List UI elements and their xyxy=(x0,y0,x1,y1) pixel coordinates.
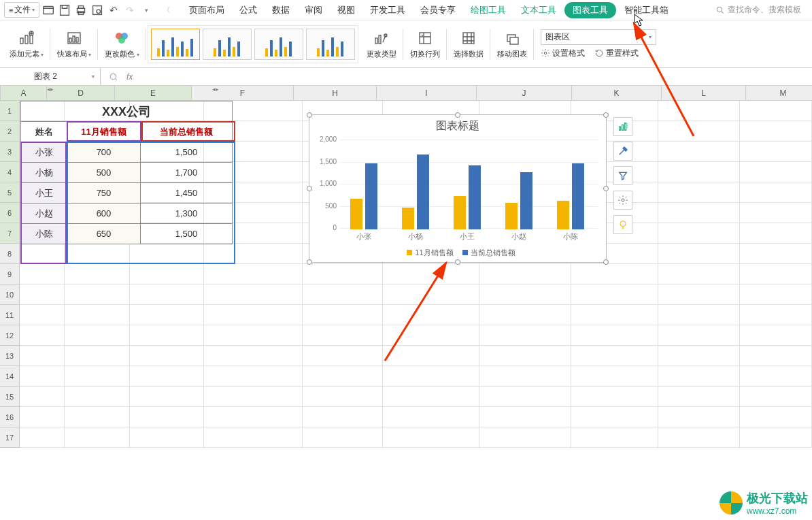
bar[interactable] xyxy=(454,196,466,229)
cancel-icon[interactable] xyxy=(109,72,118,82)
cell[interactable] xyxy=(204,346,303,366)
bar[interactable] xyxy=(469,165,481,229)
cell[interactable] xyxy=(479,407,571,427)
cell[interactable] xyxy=(204,244,303,264)
chart-style-2[interactable] xyxy=(203,29,252,60)
cell[interactable] xyxy=(65,285,131,305)
row-header-12[interactable]: 12 xyxy=(0,325,20,346)
chart-area-select[interactable]: 图表区▾ xyxy=(541,29,656,45)
ribbon-quick-layout[interactable]: 快速布局 ▾ xyxy=(52,23,97,65)
row-header-3[interactable]: 3 xyxy=(0,142,20,162)
fx-icon[interactable]: fx xyxy=(126,72,133,82)
bar[interactable] xyxy=(417,155,429,230)
cell[interactable] xyxy=(479,346,571,366)
ribbon-add-element[interactable]: 添加元素 ▾ xyxy=(4,23,49,65)
bar[interactable] xyxy=(557,201,569,229)
cell[interactable] xyxy=(303,366,383,387)
column-I[interactable]: I xyxy=(377,86,477,101)
cell[interactable] xyxy=(130,366,204,387)
ribbon-change-color[interactable]: 更改颜色 ▾ xyxy=(99,23,144,65)
ribbon-change-type[interactable]: 更改类型 xyxy=(361,23,402,65)
cell[interactable] xyxy=(571,427,658,448)
ribbon-select-data[interactable]: 选择数据 xyxy=(448,23,489,65)
cell[interactable] xyxy=(658,244,740,264)
preview-icon[interactable] xyxy=(90,3,105,18)
cell[interactable] xyxy=(303,285,383,305)
cell[interactable] xyxy=(65,427,131,448)
row-header-11[interactable]: 11 xyxy=(0,305,20,325)
row-header-6[interactable]: 6 xyxy=(0,203,20,223)
cell[interactable] xyxy=(204,325,303,346)
row-header-13[interactable]: 13 xyxy=(0,346,20,366)
table-cell-total[interactable]: 1,700 xyxy=(141,163,233,183)
cell[interactable] xyxy=(130,244,204,264)
cell[interactable] xyxy=(658,203,740,223)
cell[interactable] xyxy=(65,325,131,346)
cell[interactable] xyxy=(479,387,571,407)
bar[interactable] xyxy=(572,163,584,230)
cell[interactable] xyxy=(740,427,812,448)
chart-style-gallery[interactable] xyxy=(148,25,358,63)
cell[interactable] xyxy=(658,305,740,325)
bar[interactable] xyxy=(505,203,518,229)
cell[interactable] xyxy=(571,285,658,305)
cell[interactable] xyxy=(65,264,131,285)
save-icon[interactable] xyxy=(57,3,72,18)
cell[interactable] xyxy=(658,346,740,366)
cell[interactable] xyxy=(740,264,812,285)
row-header-2[interactable]: 2 xyxy=(0,121,20,142)
cell[interactable] xyxy=(740,305,812,325)
cell[interactable] xyxy=(658,121,740,142)
cell[interactable] xyxy=(571,346,658,366)
table-cell-name[interactable]: 小王 xyxy=(21,183,67,204)
table-cell-nov[interactable]: 750 xyxy=(67,183,141,204)
chart-style-3[interactable] xyxy=(254,29,303,60)
cell[interactable] xyxy=(740,203,812,223)
table-cell-total[interactable]: 1,450 xyxy=(141,183,233,204)
cell[interactable] xyxy=(20,305,65,325)
cell[interactable] xyxy=(204,366,303,387)
table-cell-total[interactable]: 1,500 xyxy=(141,142,233,163)
chart-style-1[interactable] xyxy=(151,29,200,60)
column-J[interactable]: J xyxy=(477,86,572,101)
row-header-14[interactable]: 14 xyxy=(0,366,20,387)
column-A[interactable]: A xyxy=(1,86,47,101)
cell[interactable] xyxy=(20,407,65,427)
cell[interactable] xyxy=(20,285,65,305)
bar[interactable] xyxy=(402,208,414,230)
cell[interactable] xyxy=(130,387,204,407)
cell[interactable] xyxy=(571,366,658,387)
chart-style-button[interactable] xyxy=(613,142,632,161)
cell[interactable] xyxy=(303,305,383,325)
cell[interactable] xyxy=(20,387,65,407)
row-header-15[interactable]: 15 xyxy=(0,387,20,407)
cell[interactable] xyxy=(130,305,204,325)
reset-style-button[interactable]: 重置样式 xyxy=(594,48,639,59)
row-header-9[interactable]: 9 xyxy=(0,264,20,285)
cell[interactable] xyxy=(740,223,812,244)
table-cell-nov[interactable]: 650 xyxy=(67,224,141,244)
cell[interactable] xyxy=(20,264,65,285)
cell[interactable] xyxy=(479,325,571,346)
table-cell-nov[interactable]: 600 xyxy=(67,204,141,224)
column-L[interactable]: L xyxy=(662,86,746,101)
chart-object[interactable]: 图表标题 05001,0001,5002,000小张小杨小王小赵小陈 11月销售… xyxy=(309,114,607,263)
cell[interactable] xyxy=(571,325,658,346)
cell[interactable] xyxy=(65,366,131,387)
tab-smart-toolbox[interactable]: 智能工具箱 xyxy=(618,1,675,19)
cell[interactable] xyxy=(383,407,479,427)
cell[interactable] xyxy=(130,427,204,448)
cell[interactable] xyxy=(204,264,303,285)
tab-formula[interactable]: 公式 xyxy=(233,1,264,19)
more-icon[interactable]: ▾ xyxy=(139,3,154,18)
cell[interactable] xyxy=(740,325,812,346)
column-E[interactable]: E xyxy=(115,86,192,101)
print-icon[interactable] xyxy=(73,3,88,18)
open-icon[interactable] xyxy=(41,3,56,18)
cell[interactable] xyxy=(383,264,479,285)
column-F[interactable]: F xyxy=(192,86,294,101)
cell[interactable] xyxy=(658,407,740,427)
cell[interactable] xyxy=(383,387,479,407)
cell[interactable] xyxy=(65,244,131,264)
cell[interactable] xyxy=(740,142,812,162)
